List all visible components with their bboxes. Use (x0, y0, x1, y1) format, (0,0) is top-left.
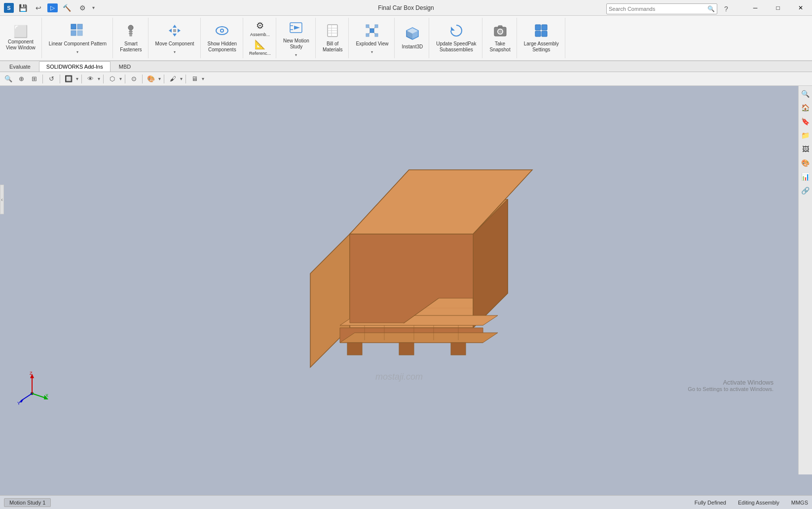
right-home-btn[interactable]: 🏠 (800, 102, 812, 114)
right-search-btn[interactable]: 🔍 (800, 88, 812, 100)
ribbon-group-snapshot: TakeSnapshot (483, 18, 517, 58)
svg-marker-38 (451, 27, 455, 31)
svg-rect-12 (173, 29, 176, 32)
tab-mbd[interactable]: MBD (111, 61, 138, 72)
view-display-btn[interactable]: 🔲 (63, 74, 74, 84)
svg-rect-0 (71, 24, 76, 29)
svg-rect-27 (375, 25, 378, 28)
move-component-dropdown[interactable]: ▾ (174, 50, 176, 54)
svg-rect-1 (77, 24, 82, 29)
tab-evaluate[interactable]: Evaluate (2, 61, 38, 72)
update-speedpak-btn[interactable]: Update SpeedPakSubassemblies (433, 22, 479, 55)
instant3d-btn[interactable]: Instant3D (399, 25, 426, 52)
view-section-arrow[interactable]: ▾ (119, 76, 122, 81)
ribbon-group-pattern: Linear Component Pattern ▾ (43, 18, 113, 58)
ribbon-group-instant3d: Instant3D (396, 18, 429, 58)
exploded-view-dropdown[interactable]: ▾ (371, 50, 373, 54)
svg-rect-44 (542, 25, 547, 30)
view-screen-btn[interactable]: 🖥 (189, 74, 200, 84)
view-section-btn[interactable]: ⬡ (107, 74, 117, 84)
ribbon-toolbar: ⬜ ComponentView Window Linear Component … (0, 16, 812, 60)
ribbon-group-component: ⬜ ComponentView Window (0, 18, 42, 58)
activate-windows-notice: Activate Windows Go to Settings to activ… (688, 379, 774, 392)
move-component-icon (168, 24, 182, 39)
move-component-btn[interactable]: Move Component (152, 22, 197, 49)
right-table-btn[interactable]: 📊 (800, 171, 812, 183)
svg-marker-9 (173, 34, 177, 37)
update-speedpak-icon (449, 24, 463, 39)
view-zoom-btn[interactable]: ⊕ (16, 74, 27, 84)
svg-point-41 (499, 30, 502, 33)
search-bar[interactable]: 🔍 (606, 3, 717, 14)
component-view-icon: ⬜ (13, 26, 28, 38)
svg-rect-2 (71, 31, 76, 36)
right-image-btn[interactable]: 🖼 (800, 143, 812, 155)
tab-solidworks-addins[interactable]: SOLIDWORKS Add-Ins (39, 61, 111, 72)
ribbon-group-motion: New MotionStudy ▾ (277, 18, 316, 58)
search-input[interactable] (609, 6, 707, 12)
3d-model (261, 120, 537, 397)
view-rotate-btn[interactable]: ↺ (46, 74, 57, 84)
right-connect-btn[interactable]: 🔗 (800, 185, 812, 196)
rebuild-btn[interactable]: 🔨 (60, 1, 74, 15)
linear-pattern-btn[interactable]: Linear Component Pattern (46, 22, 110, 49)
right-folder-btn[interactable]: 📁 (800, 129, 812, 141)
take-snapshot-btn[interactable]: TakeSnapshot (486, 22, 513, 55)
left-panel-collapse[interactable]: ‹ (0, 185, 4, 214)
svg-rect-43 (535, 25, 541, 30)
new-motion-dropdown[interactable]: ▾ (295, 53, 297, 57)
linear-pattern-dropdown[interactable]: ▾ (76, 50, 78, 54)
view-select-btn[interactable]: 🔍 (3, 74, 14, 84)
motion-study-tab[interactable]: Motion Study 1 (4, 498, 51, 507)
smart-fasteners-btn[interactable]: SmartFasteners (117, 22, 145, 55)
right-panel: 🔍 🏠 🔖 📁 🖼 🎨 📊 🔗 (798, 86, 812, 474)
component-view-btn[interactable]: ⬜ ComponentView Window (3, 24, 38, 53)
options-btn[interactable]: ⚙ (75, 1, 89, 15)
search-area[interactable]: 🔍 ? (601, 2, 733, 16)
view-screen-arrow[interactable]: ▾ (202, 76, 204, 81)
view-appearance-btn[interactable]: 🎨 (146, 74, 156, 84)
right-bookmarks-btn[interactable]: 🔖 (800, 116, 812, 127)
right-palette-btn[interactable]: 🎨 (800, 157, 812, 169)
view-fit-btn[interactable]: ⊞ (29, 74, 39, 84)
view-scene-arrow[interactable]: ▾ (180, 76, 183, 81)
ribbon-group-large-assembly: Large AssemblySettings (518, 18, 565, 58)
view-scene-btn[interactable]: 🖌 (167, 74, 178, 84)
select-btn[interactable]: ▷ (47, 3, 58, 12)
svg-point-4 (128, 25, 133, 30)
assemble-btn[interactable]: ⚙ Assemb... (248, 19, 272, 38)
svg-marker-50 (310, 234, 350, 367)
title-left-controls: S 💾 ↩ ▷ 🔨 ⚙ ▾ (0, 1, 99, 15)
svg-rect-45 (535, 31, 541, 37)
view-hide-btn[interactable]: 👁 (85, 74, 96, 84)
view-axis-btn[interactable]: ⊙ (128, 74, 139, 84)
bill-of-materials-btn[interactable]: Bill ofMaterials (320, 22, 346, 55)
show-hidden-icon (215, 24, 229, 39)
quick-save[interactable]: 💾 (16, 1, 30, 15)
new-motion-btn[interactable]: New MotionStudy (280, 19, 312, 52)
svg-rect-54 (399, 343, 414, 355)
take-snapshot-icon (493, 24, 507, 39)
reference-btn[interactable]: 📐 Referenc... (247, 38, 273, 57)
view-hide-arrow[interactable]: ▾ (98, 76, 100, 81)
large-assembly-btn[interactable]: Large AssemblySettings (521, 22, 562, 55)
quick-undo[interactable]: ↩ (32, 1, 45, 15)
view-appearance-arrow[interactable]: ▾ (158, 76, 161, 81)
ribbon-group-speedpak: Update SpeedPakSubassemblies (430, 18, 482, 58)
svg-line-75 (21, 393, 32, 401)
canvas-area[interactable]: Z X Y Activate Windows Go to Settings to… (0, 86, 798, 431)
view-display-arrow[interactable]: ▾ (76, 76, 78, 81)
exploded-view-btn[interactable]: Exploded View (353, 22, 391, 49)
window-title: Final Car Box Design (378, 4, 434, 11)
exploded-view-icon (365, 24, 379, 39)
svg-rect-25 (370, 29, 374, 33)
minimize-btn[interactable]: ─ (744, 0, 767, 16)
svg-marker-8 (173, 25, 177, 28)
maximize-btn[interactable]: □ (767, 0, 789, 16)
help-btn[interactable]: ? (719, 2, 733, 16)
svg-text:X: X (45, 393, 48, 398)
close-btn[interactable]: ✕ (789, 0, 812, 16)
title-bar: S 💾 ↩ ▷ 🔨 ⚙ ▾ Final Car Box Design 🔍 ? ─… (0, 0, 812, 16)
show-hidden-btn[interactable]: Show HiddenComponents (205, 22, 240, 55)
new-motion-icon (289, 21, 303, 37)
